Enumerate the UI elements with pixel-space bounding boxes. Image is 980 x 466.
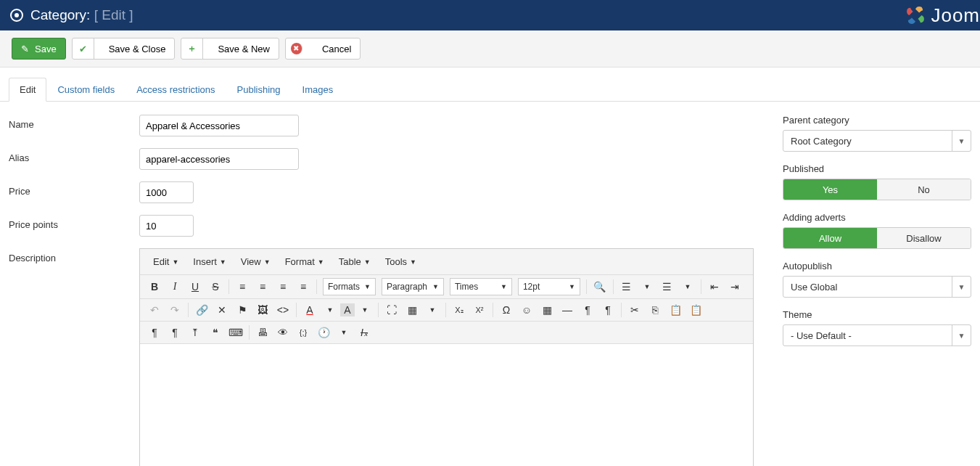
keyboard-icon[interactable]: ⌨ xyxy=(226,323,246,342)
cancel-button[interactable]: ✖ Cancel xyxy=(285,38,361,60)
fullscreen-icon[interactable]: ⛶ xyxy=(382,301,402,319)
emoji-icon[interactable]: ☺ xyxy=(516,301,537,319)
published-toggle[interactable]: Yes No xyxy=(783,179,971,200)
copy-icon[interactable]: ⎘ xyxy=(645,301,665,319)
superscript-icon[interactable]: X² xyxy=(469,301,490,319)
underline-icon[interactable]: U xyxy=(185,277,205,296)
menu-tools[interactable]: Tools▼ xyxy=(378,252,424,271)
paste-icon[interactable]: 📋 xyxy=(665,301,685,319)
align-justify-icon[interactable]: ≡ xyxy=(293,277,313,296)
preview-icon[interactable]: 👁 xyxy=(273,323,293,342)
bold-icon[interactable]: B xyxy=(144,277,165,296)
font-select[interactable]: Times▼ xyxy=(450,278,512,295)
unlink-icon[interactable]: ✕ xyxy=(212,301,232,319)
adverts-disallow[interactable]: Disallow xyxy=(877,228,971,248)
image-icon[interactable]: 🖼 xyxy=(252,301,273,319)
find-icon[interactable]: 🔍 xyxy=(590,277,610,296)
theme-select[interactable]: - Use Default - ▼ xyxy=(783,324,971,346)
menu-format[interactable]: Format▼ xyxy=(278,252,332,271)
datetime-caret[interactable]: ▼ xyxy=(334,323,354,342)
autopublish-label: Autopublish xyxy=(783,261,971,271)
adverts-allow[interactable]: Allow xyxy=(783,228,877,248)
align-left-icon[interactable]: ≡ xyxy=(232,277,252,296)
subscript-icon[interactable]: X₂ xyxy=(449,301,469,319)
title-prefix: Category: xyxy=(30,7,90,23)
save-new-button[interactable]: ＋ Save & New xyxy=(181,38,279,60)
number-caret-icon[interactable]: ▼ xyxy=(678,277,698,296)
media-icon[interactable]: ▦ xyxy=(537,301,557,319)
bg-color-icon[interactable]: A xyxy=(340,303,355,316)
theme-label: Theme xyxy=(783,309,971,320)
published-yes[interactable]: Yes xyxy=(783,179,877,200)
menu-table[interactable]: Table▼ xyxy=(332,252,378,271)
strike-icon[interactable]: S xyxy=(205,277,226,296)
save-button[interactable]: ✎ Save xyxy=(12,38,66,60)
special-char-icon[interactable]: Ω xyxy=(496,301,516,319)
align-center-icon[interactable]: ≡ xyxy=(252,277,273,296)
tab-edit[interactable]: Edit xyxy=(9,78,46,102)
action-toolbar: ✎ Save ✔ Save & Close ＋ Save & New ✖ Can… xyxy=(0,30,980,68)
sidebar: Parent category Root Category ▼ Publishe… xyxy=(783,115,971,466)
editor-toolbar-1: B I U S ≡ ≡ ≡ ≡ Formats▼ Paragraph▼ Time… xyxy=(140,275,753,299)
points-input[interactable] xyxy=(139,215,194,237)
cancel-icon: ✖ xyxy=(291,43,302,54)
menu-insert[interactable]: Insert▼ xyxy=(186,252,233,271)
align-right-icon[interactable]: ≡ xyxy=(273,277,293,296)
size-select[interactable]: 12pt▼ xyxy=(518,278,580,295)
number-list-icon[interactable]: ☰ xyxy=(657,277,678,296)
text-color-caret[interactable]: ▼ xyxy=(320,301,340,319)
paste-text-icon[interactable]: 📋 xyxy=(685,301,706,319)
tab-images[interactable]: Images xyxy=(292,78,345,101)
adverts-toggle[interactable]: Allow Disallow xyxy=(783,227,971,249)
published-label: Published xyxy=(783,163,971,174)
autopublish-select[interactable]: Use Global ▼ xyxy=(783,276,971,298)
bullet-list-icon[interactable]: ☰ xyxy=(617,277,637,296)
ltr-icon[interactable]: ¶ xyxy=(577,301,598,319)
editor-toolbar-2: ↶ ↷ 🔗 ✕ ⚑ 🖼 <> A ▼ A ▼ ⛶ ▦ ▼ xyxy=(140,299,753,322)
price-input[interactable] xyxy=(139,181,194,203)
parent-select[interactable]: Root Category ▼ xyxy=(783,130,971,152)
link-icon[interactable]: 🔗 xyxy=(192,301,212,319)
table-caret[interactable]: ▼ xyxy=(422,301,442,319)
paragraph-select[interactable]: Paragraph▼ xyxy=(382,278,444,295)
tab-publishing[interactable]: Publishing xyxy=(226,78,292,101)
save-close-button[interactable]: ✔ Save & Close xyxy=(72,38,176,60)
name-input[interactable] xyxy=(139,115,299,136)
table-icon[interactable]: ▦ xyxy=(402,301,422,319)
formats-select[interactable]: Formats▼ xyxy=(323,278,376,295)
hr-icon[interactable]: — xyxy=(557,301,577,319)
alias-label: Alias xyxy=(9,148,139,163)
code-icon[interactable]: <> xyxy=(273,301,293,319)
caret-down-icon: ▼ xyxy=(952,325,971,346)
menu-view[interactable]: View▼ xyxy=(234,252,278,271)
cut-icon[interactable]: ✂ xyxy=(625,301,645,319)
clear-format-icon[interactable]: Iₓ xyxy=(354,323,374,342)
upload-icon[interactable]: ⤒ xyxy=(185,323,205,342)
outdent-icon[interactable]: ⇤ xyxy=(704,277,725,296)
datetime-icon[interactable]: 🕐 xyxy=(313,323,334,342)
rtl-icon[interactable]: ¶ xyxy=(598,301,618,319)
text-color-icon[interactable]: A xyxy=(300,301,320,319)
tab-access[interactable]: Access restrictions xyxy=(125,78,226,101)
para-rtl-icon[interactable]: ¶ xyxy=(165,323,185,342)
page-title: Category: [ Edit ] xyxy=(30,7,133,23)
tab-custom-fields[interactable]: Custom fields xyxy=(46,78,125,101)
anchor-icon[interactable]: ⚑ xyxy=(232,301,252,319)
redo-icon[interactable]: ↷ xyxy=(165,301,185,319)
indent-icon[interactable]: ⇥ xyxy=(725,277,745,296)
alias-input[interactable] xyxy=(139,148,299,170)
title-suffix: [ Edit ] xyxy=(94,7,133,23)
para-ltr-icon[interactable]: ¶ xyxy=(144,323,165,342)
published-no[interactable]: No xyxy=(877,179,971,200)
template-icon[interactable]: {;} xyxy=(293,323,313,342)
undo-icon[interactable]: ↶ xyxy=(144,301,165,319)
title-bar: Category: [ Edit ] Joom xyxy=(0,0,980,30)
bg-color-caret[interactable]: ▼ xyxy=(355,301,375,319)
bullet-caret-icon[interactable]: ▼ xyxy=(637,277,657,296)
print-icon[interactable]: 🖶 xyxy=(252,323,273,342)
editor-content[interactable] xyxy=(140,344,753,466)
italic-icon[interactable]: I xyxy=(165,277,185,296)
menu-edit[interactable]: Edit▼ xyxy=(146,252,186,271)
quote-icon[interactable]: ❝ xyxy=(205,323,226,342)
name-label: Name xyxy=(9,115,139,130)
